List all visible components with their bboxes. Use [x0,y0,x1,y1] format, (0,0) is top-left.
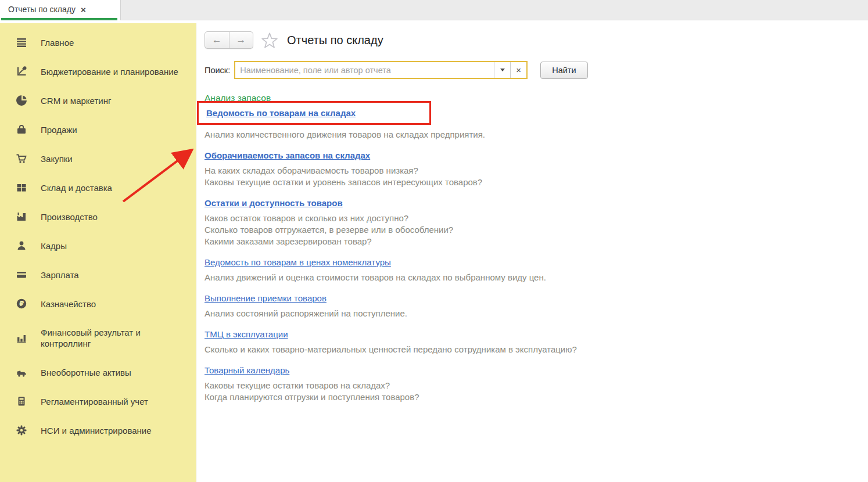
bag-icon [16,124,27,135]
back-button[interactable]: ← [205,32,229,48]
favorite-star-icon[interactable] [261,32,278,49]
sidebar-item-label: НСИ и администрирование [41,425,152,436]
sidebar-item-nsi-administration[interactable]: НСИ и администрирование [0,416,196,445]
report-description: Сколько и каких товарно-материальных цен… [205,344,854,355]
sidebar-item-label: Склад и доставка [41,182,112,193]
report-item: ТМЦ в эксплуатации Сколько и каких товар… [205,329,854,355]
report-link-tovarnyj-kalendar[interactable]: Товарный календарь [205,365,289,375]
calculator-icon [16,395,27,407]
sidebar-item-main[interactable]: Главное [0,28,196,57]
sidebar-item-budgeting[interactable]: Бюджетирование и планирование [0,57,196,86]
sections-panel: Главное Бюджетирование и планирование CR… [0,23,196,482]
menu-icon [16,37,27,48]
sidebar-item-label: Главное [41,37,74,48]
forward-button[interactable]: → [229,32,253,48]
sidebar-item-label: Продажи [41,124,77,135]
chevron-down-icon [500,69,505,71]
sidebar-item-sales[interactable]: Продажи [0,115,196,144]
app-window: Главное Бюджетирование и планирование CR… [0,23,868,482]
report-description: Анализ количественного движения товаров … [205,129,854,141]
search-label: Поиск: [205,66,230,75]
report-description: На каких складах оборачиваемость товаров… [205,165,854,188]
pie-chart-icon [16,95,27,106]
tab-label: Отчеты по складу [8,5,76,14]
tab-warehouse-reports[interactable]: Отчеты по складу × [0,0,120,23]
report-list: Ведомость по товарам на складах Анализ к… [205,103,854,403]
sidebar-item-production[interactable]: Производство [0,202,196,231]
sidebar-item-label: Кадры [41,240,67,251]
sidebar-item-hr[interactable]: Кадры [0,231,196,260]
tab-close-icon[interactable]: × [81,5,86,15]
report-description: Анализ состояний распоряжений на поступл… [205,308,854,319]
report-link-vedomost-po-tovaram-na-skladah[interactable]: Ведомость по товарам на складах [206,108,356,118]
cart-icon [16,153,27,164]
history-nav: ← → [205,31,253,49]
close-icon: × [516,65,521,75]
report-item: Остатки и доступность товаров Каков оста… [205,198,854,247]
gear-icon [16,425,27,436]
tab-strip-empty [120,0,868,20]
tab-bar: Отчеты по складу × [0,0,868,23]
page-title: Отчеты по складу [287,34,383,47]
sidebar-item-warehouse[interactable]: Склад и доставка [0,173,196,202]
report-description-line: Каковы текущие остатки товаров на склада… [205,380,854,391]
sidebar-item-label: Зарплата [41,269,79,280]
report-description-line: Какими заказами зарезервирован товар? [205,236,854,247]
factory-icon [16,211,27,222]
report-description-line: Анализ количественного движения товаров … [205,129,854,141]
forward-arrow-icon: → [236,34,246,46]
ruble-circle-icon: ₽ [16,298,27,310]
truck-icon [16,366,27,378]
search-input[interactable] [235,62,494,78]
find-button[interactable]: Найти [540,62,587,79]
report-item: Оборачиваемость запасов на складах На ка… [205,150,854,188]
annotation-highlight-box: Ведомость по товарам на складах [197,101,431,125]
sidebar-item-label: CRM и маркетинг [41,95,111,106]
report-description: Каковы текущие остатки товаров на склада… [205,380,854,403]
search-field: × [234,61,528,79]
report-link-ostatki-i-dostupnost[interactable]: Остатки и доступность товаров [205,198,343,208]
report-item: Товарный календарь Каковы текущие остатк… [205,365,854,403]
back-arrow-icon: ← [212,34,222,46]
report-item: Выполнение приемки товаров Анализ состоя… [205,293,854,319]
sidebar-item-label: Казначейство [41,298,96,310]
report-description-line: Анализ состояний распоряжений на поступл… [205,308,854,319]
sidebar-item-label: Закупки [41,153,73,164]
search-clear-button[interactable]: × [510,62,526,78]
budget-chart-icon [16,66,27,77]
sidebar-item-noncurrent-assets[interactable]: Внеоборотные активы [0,358,196,387]
bar-chart-icon [16,332,27,344]
warehouse-boxes-icon [16,182,27,193]
page-header: ← → Отчеты по складу [205,31,854,49]
report-link-vypolnenie-priemki[interactable]: Выполнение приемки товаров [205,293,327,303]
sidebar-item-label: Производство [41,211,98,222]
sidebar-item-salary[interactable]: Зарплата [0,260,196,289]
sidebar-item-treasury[interactable]: ₽ Казначейство [0,289,196,318]
sidebar-item-purchases[interactable]: Закупки [0,144,196,173]
sidebar-item-label: Финансовый результат и контроллинг [41,327,191,349]
report-description: Каков остаток товаров и сколько из них д… [205,213,854,247]
report-description-line: Каков остаток товаров и сколько из них д… [205,213,854,224]
sidebar-item-finresult[interactable]: Финансовый результат и контроллинг [0,318,196,358]
report-description-line: Каковы текущие остатки и уровень запасов… [205,177,854,188]
report-description-line: На каких складах оборачиваемость товаров… [205,165,854,177]
report-link-oborachivaemost-zapasov[interactable]: Оборачиваемость запасов на складах [205,150,370,160]
sidebar-item-regulated-accounting[interactable]: Регламентированный учет [0,387,196,416]
sidebar-item-label: Внеоборотные активы [41,367,131,378]
report-description-line: Сколько товаров отгружается, в резерве и… [205,224,854,236]
report-description: Анализ движений и оценка стоимости товар… [205,272,854,283]
report-link-tmc-v-ekspluatacii[interactable]: ТМЦ в эксплуатации [205,329,288,339]
report-link-vedomost-v-cenah-nomenklatury[interactable]: Ведомость по товарам в ценах номенклатур… [205,257,391,267]
sidebar-item-label: Регламентированный учет [41,396,148,407]
report-description-line: Анализ движений и оценка стоимости товар… [205,272,854,283]
report-description-line: Когда планируются отгрузки и поступления… [205,391,854,403]
search-row: Поиск: × Найти [205,61,854,79]
sidebar-item-crm[interactable]: CRM и маркетинг [0,86,196,115]
search-dropdown-button[interactable] [494,62,510,78]
report-description-line: Сколько и каких товарно-материальных цен… [205,344,854,355]
svg-text:₽: ₽ [19,300,24,308]
person-icon [16,240,27,251]
report-item: Ведомость по товарам в ценах номенклатур… [205,257,854,283]
sidebar-item-label: Бюджетирование и планирование [41,66,178,77]
report-panel: ← → Отчеты по складу Поиск: × Найти Анал… [196,23,868,482]
